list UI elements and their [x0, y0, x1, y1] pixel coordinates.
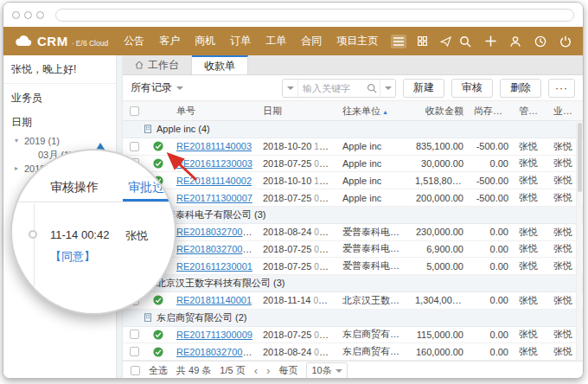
app-header: CRM · E/6 Cloud 公告客户商机订单工单合同项目主页: [3, 27, 583, 55]
prev-page-button[interactable]: ‹: [254, 367, 258, 375]
approval-timestamp: 11-14 00:42: [50, 228, 109, 241]
callout-tab-audit-log[interactable]: 审核操作: [50, 180, 99, 195]
row-checkbox[interactable]: [130, 347, 139, 356]
manager-name: 张悦: [514, 345, 548, 358]
menu-item-工单[interactable]: 工单: [265, 34, 286, 48]
party-name: 爱普泰科电子有限公司: [337, 226, 410, 239]
column-header-2[interactable]: 日期: [258, 105, 337, 118]
receipt-link[interactable]: RE201811140001: [176, 295, 252, 305]
menu-item-项目主页[interactable]: 项目主页: [336, 34, 378, 48]
receipt-link[interactable]: RE201611230001: [176, 261, 252, 272]
window-close-button[interactable]: [12, 11, 20, 19]
tree-toggle-icon[interactable]: ▸: [15, 163, 22, 174]
receipt-link[interactable]: RE201711300007: [176, 193, 252, 203]
list-icon[interactable]: [391, 35, 406, 48]
party-name: 北京汉王数字科技有限...: [337, 294, 410, 307]
delete-button[interactable]: 删除: [500, 79, 541, 98]
search-submit-icon[interactable]: [364, 80, 380, 97]
column-header-5[interactable]: 尚存资金: [469, 105, 514, 118]
table-row[interactable]: RE2018032700012018-07-25 08:51爱普泰科电子有限公司…: [123, 241, 583, 259]
send-icon[interactable]: [438, 35, 453, 48]
window-minimize-button[interactable]: [24, 11, 32, 19]
tree-label: 2019 (1): [24, 136, 60, 146]
menu-item-商机[interactable]: 商机: [195, 34, 215, 48]
receipt-amount: 6,900.00: [410, 244, 469, 254]
tab-receipts-label: 收款单: [204, 59, 235, 74]
per-page-dropdown[interactable]: 10条: [306, 362, 347, 379]
receipt-amount: 160,000.00: [410, 347, 469, 357]
greeting: 张悦，晚上好!: [3, 55, 116, 84]
select-all-checkbox[interactable]: [130, 106, 139, 116]
user-icon[interactable]: [508, 35, 522, 48]
chevron-down-icon: [336, 369, 342, 373]
row-checkbox[interactable]: [130, 142, 139, 151]
table-row[interactable]: RE2017113000092018-07-25 08:51东启商贸有限公司11…: [123, 327, 583, 344]
power-icon[interactable]: [559, 35, 572, 48]
group-row[interactable]: 北京汉王数字科技有限公司 (3): [123, 275, 583, 292]
receipt-date: 2018-11-14 00:11: [258, 295, 337, 305]
column-header-1[interactable]: 单号: [171, 105, 258, 118]
chevron-down-icon: [176, 86, 183, 90]
search-box: [282, 79, 396, 98]
sidebar-section-salesman[interactable]: 业务员: [3, 84, 116, 108]
column-header-6[interactable]: 管理人: [514, 105, 548, 118]
header-actions: [458, 35, 572, 48]
receipt-link[interactable]: RE201803270003: [176, 347, 253, 357]
menu-item-订单[interactable]: 订单: [230, 34, 251, 48]
receipt-amount: 5,000.00: [410, 261, 469, 272]
tab-receipts[interactable]: 收款单: [192, 55, 248, 74]
menu-item-客户[interactable]: 客户: [159, 34, 180, 48]
table-footer: 全选 共 49 条 1/5 页 ‹ › 每页 10条: [123, 361, 583, 379]
plus-icon[interactable]: [483, 35, 497, 48]
receipt-date: 2018-07-25 08:51: [258, 193, 337, 203]
footer-select-all-checkbox[interactable]: [131, 366, 140, 375]
receipt-time: 10:52: [314, 176, 336, 186]
receipt-link[interactable]: RE201803270002: [176, 227, 253, 237]
grid-icon[interactable]: [414, 35, 430, 48]
table-scrollbar[interactable]: [576, 121, 582, 361]
search-options-dropdown[interactable]: [380, 80, 395, 97]
receipt-link[interactable]: RE201803270001: [176, 244, 253, 254]
group-row[interactable]: 东启商贸有限公司 (2): [123, 310, 583, 327]
party-name: Apple inc: [337, 193, 410, 203]
row-checkbox[interactable]: [130, 330, 139, 339]
menu-item-合同[interactable]: 合同: [301, 34, 322, 48]
group-row[interactable]: 爱普泰科电子有限公司 (3): [123, 207, 583, 224]
remaining-amount: 0.00: [469, 261, 514, 272]
group-row[interactable]: Apple inc (4): [123, 121, 583, 138]
remaining-amount: 0.00: [469, 227, 514, 237]
menu-item-公告[interactable]: 公告: [124, 34, 144, 48]
browser-chrome: [3, 3, 583, 27]
table-row[interactable]: RE2018032700032018-08-24 08:51东启商贸有限公司16…: [123, 343, 583, 361]
search-input[interactable]: [298, 83, 364, 93]
party-name: 爱普泰科电子有限公司: [337, 242, 410, 255]
table-row[interactable]: RE2018111400012018-11-14 00:11北京汉王数字科技有限…: [123, 292, 583, 310]
remaining-amount: 0.00: [469, 347, 514, 357]
manager-name: 张悦: [514, 242, 548, 255]
more-button[interactable]: ···: [548, 79, 575, 98]
tab-workbench[interactable]: 工作台: [123, 55, 192, 74]
records-filter-dropdown[interactable]: 所有记录: [131, 80, 183, 95]
window-maximize-button[interactable]: [36, 11, 44, 19]
search-icon[interactable]: [458, 35, 472, 48]
receipt-link[interactable]: RE201711300009: [176, 330, 252, 340]
next-page-button[interactable]: ›: [266, 367, 270, 375]
tree-toggle-icon[interactable]: ▾: [15, 136, 22, 146]
clock-icon[interactable]: [534, 35, 547, 48]
address-bar[interactable]: [55, 9, 574, 22]
column-header-7[interactable]: 业务员: [548, 105, 583, 118]
scrollbar-thumb[interactable]: [578, 123, 582, 192]
receipt-date: 2018-08-24 08:51: [258, 347, 337, 357]
column-header-4[interactable]: 收款金额: [410, 105, 469, 118]
remaining-amount: -500.00: [469, 193, 514, 203]
search-scope-dropdown[interactable]: [283, 80, 298, 97]
new-button[interactable]: 新建: [403, 79, 444, 98]
select-all-label[interactable]: 全选: [149, 364, 168, 377]
party-name: 爱普泰科电子有限公司: [337, 259, 410, 272]
table-row[interactable]: RE2017113000072018-07-25 08:51Apple inc2…: [123, 189, 583, 207]
column-header-3[interactable]: 往来单位▲: [337, 105, 410, 118]
sidebar-section-date[interactable]: 日期: [3, 108, 116, 132]
table-row[interactable]: RE2016112300012018-07-25 08:51爱普泰科电子有限公司…: [123, 258, 583, 275]
audit-button[interactable]: 审核: [451, 79, 493, 98]
table-row[interactable]: RE2018032700022018-08-24 08:51爱普泰科电子有限公司…: [123, 224, 583, 241]
